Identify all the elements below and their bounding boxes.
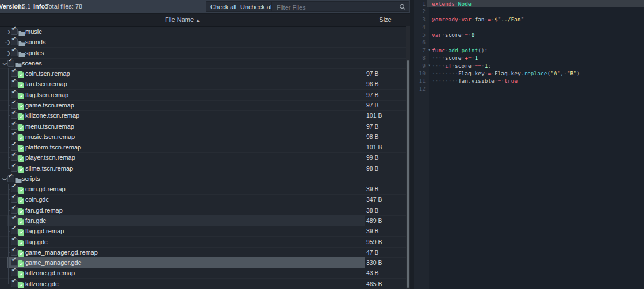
file-name-label: coin.gdc	[25, 194, 49, 205]
table-row-music.tscn.remap[interactable]: ✔music.tscn.remap98 B	[0, 132, 406, 142]
table-row-fan.gdc[interactable]: ✔fan.gdc489 B	[0, 215, 406, 226]
checkbox[interactable]: ✔	[11, 123, 18, 130]
checkbox[interactable]: ✔	[11, 154, 18, 161]
folder-icon	[18, 41, 25, 47]
checkbox[interactable]: ✔	[11, 144, 18, 151]
table-row-fan.tscn.remap[interactable]: ✔fan.tscn.remap96 B	[0, 79, 406, 90]
fold-icon[interactable]: ▾	[427, 47, 432, 54]
script-file-icon	[18, 271, 24, 278]
checkbox[interactable]: ✔	[11, 217, 18, 224]
table-row-game_manager.gdc[interactable]: ✔game_manager.gdc330 B	[0, 257, 406, 268]
panel-splitter[interactable]	[410, 0, 414, 289]
checkbox[interactable]: ✔	[11, 102, 18, 109]
table-row-killzone.gdc[interactable]: ✔killzone.gdc465 B	[0, 279, 406, 289]
table-row-menu.tscn.remap[interactable]: ✔menu.tscn.remap97 B	[0, 121, 406, 132]
table-row-scripts[interactable]: ❯✔scripts	[0, 174, 406, 184]
table-row-player.tscn.remap[interactable]: ✔player.tscn.remap99 B	[0, 152, 406, 163]
file-name-label: killzone.gdc	[25, 279, 58, 289]
tree-guide-tick	[8, 189, 10, 190]
filter-files-input[interactable]	[275, 2, 398, 13]
file-name-label: scenes	[22, 58, 42, 68]
checkbox[interactable]: ✔	[11, 269, 18, 276]
table-row-slime.tscn.remap[interactable]: ✔slime.tscn.remap98 B	[0, 163, 406, 174]
checkbox[interactable]: ✔	[11, 238, 18, 245]
expand-arrow-icon[interactable]: ❯	[7, 37, 11, 48]
code-text: ····if·score·==·1:	[432, 62, 644, 70]
file-size-value: 465 B	[366, 279, 382, 289]
table-row-game.tscn.remap[interactable]: ✔game.tscn.remap97 B	[0, 100, 406, 111]
file-tree: ❯✔music❯✔sounds❯✔sprites❯✔scenes✔coin.ts…	[0, 26, 406, 289]
checkmark-icon: ✔	[12, 215, 16, 221]
table-row-music[interactable]: ❯✔music	[0, 26, 406, 37]
checkbox[interactable]: ✔	[11, 196, 18, 203]
table-row-killzone.gd.remap[interactable]: ✔killzone.gd.remap43 B	[0, 268, 406, 279]
checkmark-icon: ✔	[12, 99, 16, 105]
expand-arrow-icon[interactable]: ❯	[7, 27, 11, 37]
checkmark-icon: ✔	[12, 278, 16, 284]
tree-guide-tick	[8, 147, 10, 148]
file-name-label: slime.tscn.remap	[25, 163, 73, 174]
code-line: 12	[414, 85, 644, 93]
tree-guide-tick	[8, 105, 10, 106]
checkbox[interactable]: ✔	[11, 70, 18, 77]
checkbox[interactable]: ✔	[11, 80, 18, 87]
checkbox[interactable]: ✔	[11, 133, 18, 140]
table-row-sprites[interactable]: ❯✔sprites	[0, 48, 406, 59]
file-name-label: flag.gd.remap	[25, 226, 64, 236]
vertical-scrollbar-thumb[interactable]	[407, 60, 409, 288]
line-number: 3	[414, 16, 425, 23]
table-row-platform.tscn.remap[interactable]: ✔platform.tscn.remap101 B	[0, 142, 406, 153]
table-row-fan.gd.remap[interactable]: ✔fan.gd.remap38 B	[0, 205, 406, 216]
checkmark-icon: ✔	[12, 194, 16, 199]
checkbox[interactable]: ✔	[11, 38, 18, 45]
checkmark-icon: ✔	[12, 89, 16, 95]
checkmark-icon: ✔	[8, 173, 13, 179]
vertical-scrollbar-track[interactable]	[406, 26, 410, 289]
table-row-coin.tscn.remap[interactable]: ✔coin.tscn.remap97 B	[0, 68, 406, 79]
checkbox[interactable]: ✔	[11, 112, 18, 119]
column-header-file-name[interactable]: File Name ▲	[0, 16, 365, 23]
column-header-size[interactable]: Size	[365, 16, 405, 23]
tree-guide-line	[8, 184, 9, 284]
checkbox[interactable]: ✔	[7, 60, 14, 67]
script-file-icon	[18, 187, 24, 194]
table-row-game_manager.gd.remap[interactable]: ✔game_manager.gd.remap47 B	[0, 247, 406, 258]
checkbox[interactable]: ✔	[7, 175, 14, 182]
table-row-coin.gd.remap[interactable]: ✔coin.gd.remap39 B	[0, 184, 406, 195]
checkmark-icon: ✔	[12, 26, 16, 32]
checkbox[interactable]: ✔	[11, 49, 18, 56]
filter-files-field[interactable]	[271, 1, 409, 12]
table-row-killzone.tscn.remap[interactable]: ✔killzone.tscn.remap101 B	[0, 110, 406, 121]
file-size-value: 38 B	[366, 205, 379, 215]
fold-icon[interactable]: ▾	[427, 62, 432, 70]
file-size-value: 99 B	[366, 152, 379, 163]
checkbox[interactable]: ✔	[11, 228, 18, 234]
checkbox[interactable]: ✔	[11, 249, 18, 256]
table-row-flag.gd.remap[interactable]: ✔flag.gd.remap39 B	[0, 226, 406, 237]
tree-guide-tick	[2, 63, 3, 64]
script-file-icon	[18, 71, 24, 78]
script-file-icon	[18, 218, 24, 225]
code-text: func·add_point():	[432, 47, 644, 54]
table-row-coin.gdc[interactable]: ✔coin.gdc347 B	[0, 194, 406, 205]
tree-guide-line	[8, 68, 9, 168]
table-row-flag.gdc[interactable]: ✔flag.gdc959 B	[0, 237, 406, 248]
table-row-scenes[interactable]: ❯✔scenes	[0, 58, 406, 69]
toolbar-separator	[30, 2, 30, 11]
script-file-icon	[18, 197, 24, 204]
checkbox[interactable]: ✔	[11, 280, 18, 287]
toolbar: Version: 4.5.1 Info: Total files: 78 Che…	[0, 0, 410, 14]
checkbox[interactable]: ✔	[11, 165, 18, 172]
tree-guide-tick	[8, 126, 10, 127]
checkbox[interactable]: ✔	[11, 91, 18, 98]
line-number: 9	[414, 62, 425, 70]
checkbox[interactable]: ✔	[11, 186, 18, 192]
file-name-label: platform.tscn.remap	[25, 142, 81, 152]
table-row-sounds[interactable]: ❯✔sounds	[0, 37, 406, 48]
checkbox[interactable]: ✔	[11, 259, 18, 266]
tree-guide-tick	[8, 168, 10, 169]
checkbox[interactable]: ✔	[11, 28, 18, 35]
file-name-label: killzone.tscn.remap	[25, 110, 79, 121]
checkbox[interactable]: ✔	[11, 207, 18, 214]
table-row-flag.tscn.remap[interactable]: ✔flag.tscn.remap97 B	[0, 90, 406, 101]
